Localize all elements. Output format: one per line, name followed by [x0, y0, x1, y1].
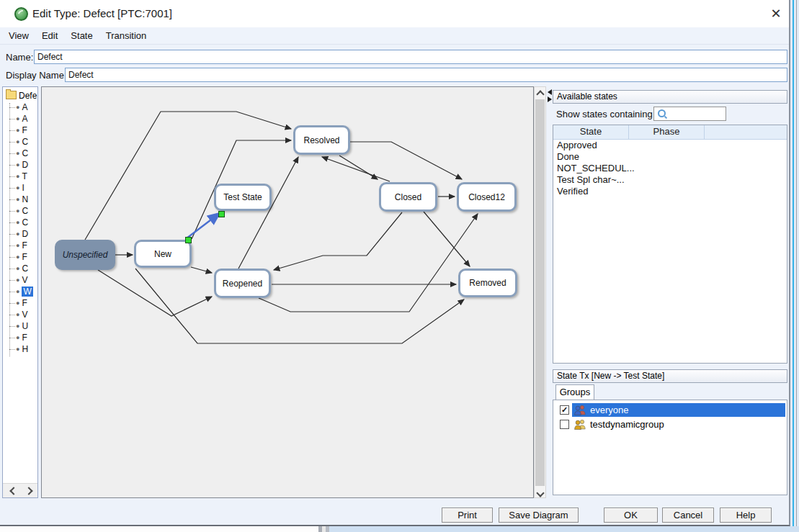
state-search-input[interactable]	[653, 107, 726, 121]
tree-item[interactable]: ●V	[3, 309, 37, 320]
available-states-table[interactable]: StatePhase ApprovedDoneNOT_SCHEDUL...Tes…	[553, 125, 787, 364]
transition-reopened-to-resolved[interactable]	[238, 157, 298, 269]
scroll-up-icon[interactable]	[535, 87, 545, 99]
state-dot-icon: ●	[16, 196, 19, 203]
tree-branch-line	[9, 119, 15, 120]
state-node-removed[interactable]: Removed	[458, 269, 517, 297]
tree-item[interactable]: ●W	[3, 286, 37, 297]
tree-item[interactable]: ●D	[3, 159, 37, 171]
ok-button[interactable]: OK	[604, 508, 658, 523]
name-input[interactable]	[34, 50, 787, 64]
tree-item[interactable]: ●C	[3, 148, 37, 159]
collapse-left-icon[interactable]	[548, 89, 552, 95]
print-button[interactable]: Print	[442, 508, 493, 523]
scrollbar-thumb[interactable]	[535, 99, 545, 486]
transition-resolved-to-closed[interactable]	[339, 155, 378, 179]
state-node-test-state[interactable]: Test State	[214, 184, 272, 211]
tree-item[interactable]: ●C	[3, 136, 37, 148]
collapse-right-icon[interactable]	[548, 96, 552, 102]
background-scrollbar	[793, 0, 794, 526]
display-name-input[interactable]	[65, 68, 787, 82]
edge-selection-handle[interactable]	[218, 211, 225, 217]
tree-item[interactable]: ●D	[3, 228, 37, 240]
tree-item[interactable]: ●F	[3, 240, 37, 251]
tree-item[interactable]: ●I	[3, 182, 37, 194]
tree-item[interactable]: ●F	[3, 332, 37, 343]
group-people-blue-red-icon	[574, 405, 586, 415]
tree-root-node[interactable]: Defe	[6, 91, 37, 101]
groups-list: ✓ everyone testdynamicgroup	[553, 400, 787, 495]
tree-item[interactable]: ●C	[3, 263, 37, 274]
transition-new-to-test-state[interactable]	[187, 213, 220, 238]
menu-edit[interactable]: Edit	[37, 27, 62, 44]
tree-item[interactable]: ●V	[3, 274, 37, 286]
tree-item-label: W	[22, 287, 32, 297]
state-dot-icon: ●	[16, 299, 19, 307]
menu-view[interactable]: View	[4, 27, 33, 44]
state-row[interactable]: Test Spl char~...	[553, 174, 787, 186]
state-tx-header: State Tx [New -> Test State]	[553, 369, 787, 383]
help-button[interactable]: Help	[720, 508, 772, 523]
transition-closed-to-reopened[interactable]	[274, 212, 402, 270]
type-tree-panel: Defe ●A●A●F●C●C●D●T●I●N●C●C●D●F●F●C●V●W●…	[2, 86, 38, 498]
column-header-phase[interactable]: Phase	[629, 125, 705, 139]
state-node-unspecified[interactable]: Unspecified	[55, 240, 115, 270]
transition-new-to-removed[interactable]	[135, 269, 464, 343]
scroll-left-icon[interactable]	[9, 487, 17, 495]
transition-reopened-to-closed12[interactable]	[259, 214, 478, 312]
close-icon[interactable]: ✕	[767, 4, 785, 23]
transition-unspecified-to-reopened[interactable]	[98, 270, 212, 316]
column-header-state[interactable]: State	[553, 125, 629, 139]
state-dot-icon: ●	[16, 242, 19, 249]
scroll-down-icon[interactable]	[535, 486, 545, 497]
group-entry[interactable]: testdynamicgroup	[572, 418, 785, 431]
tree-item[interactable]: ●F	[3, 297, 37, 309]
transition-closed-to-resolved[interactable]	[322, 157, 390, 181]
transition-resolved-to-closed12[interactable]	[350, 142, 462, 179]
state-dot-icon: ●	[16, 288, 19, 295]
menu-transition[interactable]: Transition	[102, 27, 151, 44]
tree-item[interactable]: ●C	[3, 205, 37, 217]
save-diagram-button[interactable]: Save Diagram	[499, 508, 579, 523]
workflow-diagram-canvas[interactable]: UnspecifiedNewTest StateResolvedClosedCl…	[41, 86, 534, 498]
tree-item[interactable]: ●H	[3, 343, 37, 355]
state-node-closed12[interactable]: Closed12	[457, 182, 517, 212]
tree-item[interactable]: ●F	[3, 125, 37, 136]
tree-branch-line	[9, 292, 15, 292]
canvas-vertical-scrollbar[interactable]	[534, 86, 546, 498]
state-row[interactable]: Done	[553, 151, 787, 163]
tree-branch-line	[9, 211, 15, 212]
tree-item[interactable]: ●C	[3, 217, 37, 228]
state-row[interactable]: NOT_SCHEDUL...	[553, 163, 787, 174]
tree-item[interactable]: ●A	[3, 113, 37, 125]
state-node-resolved[interactable]: Resolved	[293, 125, 350, 155]
tree-item-label: U	[22, 321, 28, 331]
cancel-button[interactable]: Cancel	[662, 508, 714, 523]
transition-new-to-reopened[interactable]	[191, 267, 212, 273]
tree-item[interactable]: ●T	[3, 171, 37, 182]
state-node-closed[interactable]: Closed	[379, 182, 437, 212]
tree-horizontal-scrollbar[interactable]	[3, 483, 37, 497]
state-dot-icon: ●	[16, 184, 19, 191]
tree-item[interactable]: ●N	[3, 194, 37, 205]
group-entry[interactable]: everyone	[572, 403, 785, 417]
tab-groups[interactable]: Groups	[555, 384, 594, 400]
scroll-right-icon[interactable]	[24, 487, 32, 495]
edge-selection-handle[interactable]	[185, 237, 192, 243]
state-node-new[interactable]: New	[134, 240, 192, 268]
tree-item[interactable]: ●A	[3, 102, 37, 113]
group-row[interactable]: testdynamicgroup	[555, 418, 785, 431]
tree-item[interactable]: ●U	[3, 320, 37, 332]
state-node-reopened[interactable]: Reopened	[214, 269, 271, 298]
tree-item[interactable]: ●F	[3, 251, 37, 263]
background-window-border	[796, 0, 797, 526]
menu-state[interactable]: State	[66, 27, 97, 44]
group-checkbox[interactable]	[560, 420, 569, 429]
group-checkbox[interactable]: ✓	[560, 405, 569, 415]
tree-branch-line	[9, 303, 15, 304]
state-row[interactable]: Verified	[553, 186, 787, 197]
group-row[interactable]: ✓ everyone	[555, 403, 785, 417]
state-row[interactable]: Approved	[553, 140, 787, 151]
tree-branch-line	[9, 199, 15, 200]
transition-unspecified-to-resolved[interactable]	[85, 112, 291, 240]
